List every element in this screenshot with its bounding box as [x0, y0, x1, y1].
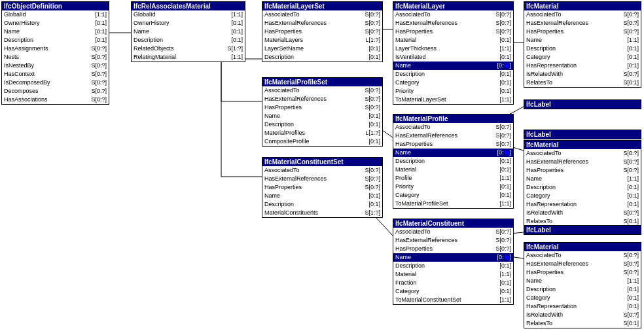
row-mc-fraction: Fraction[0:1] — [393, 279, 513, 287]
row-m2-hasprops: HasPropertiesS[0:?] — [524, 166, 641, 175]
row-m2-hasextref: HasExternalReferencesS[0:?] — [524, 158, 641, 166]
row-ram-relatedobjects: RelatedObjectsS[1:?] — [132, 44, 245, 53]
row-mp-tomaterialprofileset: ToMaterialProfileSet[1:1] — [393, 200, 513, 208]
row-m3-associatedto: AssociatedToS[0:?] — [524, 251, 641, 260]
row-mp-profile: Profile[1:1] — [393, 174, 513, 183]
box-ifcmateriallayerset: IfcMaterialLayerSet AssociatedToS[0:?] H… — [262, 1, 383, 62]
box-ifcmaterialconstituent: IfcMaterialConstituent AssociatedToS[0:?… — [393, 219, 514, 305]
row-mps-compositeprofile: CompositeProfile[0:1] — [262, 137, 382, 146]
row-ml-material: Material[0:1] — [393, 36, 513, 44]
header-ifcmaterial3: IfcMaterial — [524, 243, 641, 251]
row-mps-hasextref: HasExternalReferencesS[0:?] — [262, 95, 382, 103]
header-ifcmaterialprofileset: IfcMaterialProfileSet — [262, 78, 382, 86]
header-ifcmaterialprofile: IfcMaterialProfile — [393, 115, 513, 123]
row-ram-description: Description[0:1] — [132, 36, 245, 44]
box-ifcmaterial1: IfcMaterial AssociatedToS[0:?] HasExtern… — [524, 1, 641, 88]
diagram: IfcObjectDefinition GlobalId[1:1] OwnerH… — [0, 0, 644, 335]
row-ram-name: Name[0:1] — [132, 27, 245, 36]
row-mls-associatedto: AssociatedToS[0:?] — [262, 10, 382, 19]
row-mp-category: Category[0:1] — [393, 191, 513, 200]
row-m1-category: Category[0:1] — [524, 53, 641, 62]
box-ifcobjectdefinition: IfcObjectDefinition GlobalId[1:1] OwnerH… — [1, 1, 109, 105]
row-mls-layersetname: LayerSetName[0:1] — [262, 44, 382, 53]
row-m3-category: Category[0:1] — [524, 294, 641, 302]
row-m1-associatedto: AssociatedToS[0:?] — [524, 10, 641, 19]
row-mc-name: Name[0:] — [393, 253, 513, 262]
header-ifcmaterialconstituent: IfcMaterialConstituent — [393, 219, 513, 228]
header-ifclabel2: IfcLabel — [524, 130, 641, 139]
row-isnestedby: IsNestedByS[0:?] — [2, 62, 109, 70]
box-ifcmateriallayer: IfcMaterialLayer AssociatedToS[0:?] HasE… — [393, 1, 514, 105]
header-ifcmateriallayerset: IfcMaterialLayerSet — [262, 2, 382, 10]
row-m3-name: Name[1:1] — [524, 277, 641, 285]
row-mps-description: Description[0:1] — [262, 120, 382, 129]
row-mls-hasextref: HasExternalReferencesS[0:?] — [262, 19, 382, 27]
row-name: Name[0:1] — [2, 27, 109, 36]
row-ml-isventilated: IsVentilated[0:1] — [393, 53, 513, 62]
row-m2-isrelatedwith: IsRelatedWithS[0:?] — [524, 209, 641, 217]
row-m3-isrelatedwith: IsRelatedWithS[0:?] — [524, 311, 641, 319]
dot-mc-name — [505, 255, 509, 260]
row-ml-description: Description[0:1] — [393, 70, 513, 79]
header-ifcobjectdefinition: IfcObjectDefinition — [2, 2, 109, 10]
header-ifcrelassociatesmaterial: IfcRelAssociatesMaterial — [132, 2, 245, 10]
row-mcs-description: Description[0:1] — [262, 200, 382, 209]
box-ifcrelassociatesmaterial: IfcRelAssociatesMaterial GlobalId[1:1] O… — [131, 1, 245, 62]
row-ml-layerthickness: LayerThickness[1:1] — [393, 44, 513, 53]
row-mps-associatedto: AssociatedToS[0:?] — [262, 86, 382, 95]
row-mp-hasextref: HasExternalReferencesS[0:?] — [393, 132, 513, 140]
row-mp-priority: Priority[0:1] — [393, 183, 513, 191]
row-ram-relatingmaterial: RelatingMaterial[1:1] — [132, 53, 245, 62]
box-ifclabel1: IfcLabel — [524, 99, 641, 109]
row-mcs-associatedto: AssociatedToS[0:?] — [262, 166, 382, 175]
row-ml-hasprops: HasPropertiesS[0:?] — [393, 27, 513, 36]
row-description: Description[0:1] — [2, 36, 109, 44]
row-m2-category: Category[0:1] — [524, 192, 641, 200]
box-ifcmaterialprofile: IfcMaterialProfile AssociatedToS[0:?] Ha… — [393, 114, 514, 209]
row-globalid: GlobalId[1:1] — [2, 10, 109, 19]
row-mls-description: Description[0:1] — [262, 53, 382, 62]
header-ifcmaterial1: IfcMaterial — [524, 2, 641, 10]
row-m1-name: Name[1:1] — [524, 36, 641, 44]
header-ifcmaterialconstituentset: IfcMaterialConstituentSet — [262, 158, 382, 166]
row-mc-hasprops: HasPropertiesS[0:?] — [393, 245, 513, 253]
row-m3-description: Description[0:1] — [524, 285, 641, 294]
row-m1-hasprops: HasPropertiesS[0:?] — [524, 27, 641, 36]
row-mc-tomaterialconstituentset: ToMaterialConstituentSet[1:1] — [393, 296, 513, 304]
row-ml-category: Category[0:1] — [393, 79, 513, 87]
row-m3-hasrep: HasRepresentation[0:1] — [524, 302, 641, 311]
row-mps-name: Name[0:1] — [262, 112, 382, 120]
box-ifcmaterial2: IfcMaterial AssociatedToS[0:?] HasExtern… — [524, 140, 641, 226]
row-mcs-hasextref: HasExternalReferencesS[0:?] — [262, 175, 382, 183]
row-decomposes: DecomposesS[0:?] — [2, 87, 109, 96]
header-ifcmaterial2: IfcMaterial — [524, 141, 641, 149]
row-ram-ownerhistory: OwnerHistory[0:1] — [132, 19, 245, 27]
row-mp-associatedto: AssociatedToS[0:?] — [393, 123, 513, 132]
box-ifclabel2: IfcLabel — [524, 130, 641, 139]
row-mp-hasprops: HasPropertiesS[0:?] — [393, 140, 513, 149]
dot-mp-name — [505, 150, 509, 155]
row-mcs-hasprops: HasPropertiesS[0:?] — [262, 183, 382, 192]
box-ifcmaterialprofileset: IfcMaterialProfileSet AssociatedToS[0:?]… — [262, 77, 383, 147]
row-m3-relatesto: RelatesToS[0:1] — [524, 319, 641, 328]
row-mc-description: Description[0:1] — [393, 262, 513, 270]
row-mc-hasextref: HasExternalReferencesS[0:?] — [393, 236, 513, 245]
row-ml-name: Name[0:] — [393, 62, 513, 70]
header-ifcmateriallayer: IfcMaterialLayer — [393, 2, 513, 10]
row-mc-category: Category[0:1] — [393, 287, 513, 296]
row-mp-name: Name[0:] — [393, 149, 513, 157]
box-ifclabel3: IfcLabel — [524, 225, 641, 235]
row-mls-hasprops: HasPropertiesS[0:?] — [262, 27, 382, 36]
box-ifcmaterialconstituentset: IfcMaterialConstituentSet AssociatedToS[… — [262, 157, 383, 218]
row-mcs-name: Name[0:1] — [262, 192, 382, 200]
row-m1-description: Description[0:1] — [524, 44, 641, 53]
box-ifcmaterial3: IfcMaterial AssociatedToS[0:?] HasExtern… — [524, 242, 641, 328]
row-mps-hasprops: HasPropertiesS[0:?] — [262, 103, 382, 112]
row-mcs-materialconstituents: MaterialConstituentsS[1:?] — [262, 209, 382, 217]
dot-ml-name — [505, 63, 509, 68]
header-ifclabel1: IfcLabel — [524, 100, 641, 109]
row-ml-hasextref: HasExternalReferencesS[0:?] — [393, 19, 513, 27]
row-m1-relatesto: RelatesToS[0:1] — [524, 79, 641, 87]
row-nests: NestsS[0:?] — [2, 53, 109, 62]
row-hasassignments: HasAssignmentsS[0:?] — [2, 44, 109, 53]
